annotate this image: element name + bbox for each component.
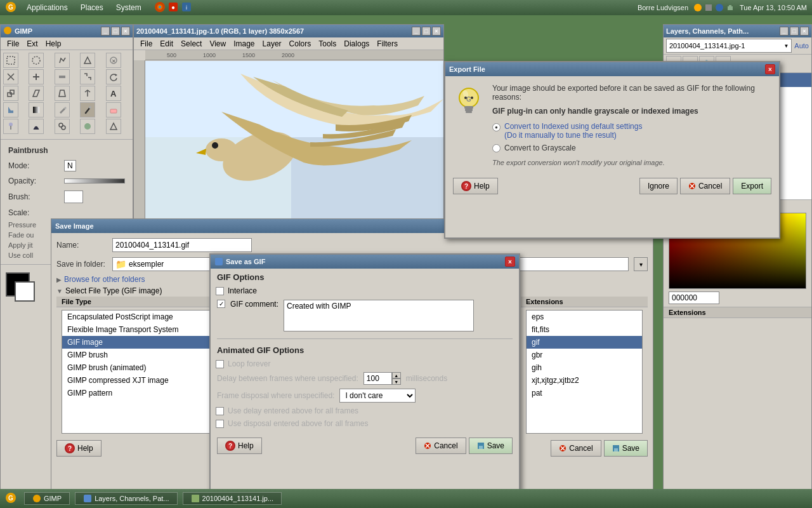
export-cancel-button[interactable]: Cancel bbox=[680, 178, 730, 194]
tool-eraser[interactable] bbox=[106, 102, 121, 117]
tool-paintbrush[interactable] bbox=[80, 102, 95, 117]
img-filters-menu[interactable]: Filters bbox=[373, 38, 402, 50]
image-titlebar: 20100404_113141.jpg-1.0 (RGB, 1 layer) 3… bbox=[134, 25, 443, 37]
ext-pat[interactable]: pat bbox=[527, 387, 642, 399]
tool-free-select[interactable] bbox=[55, 53, 70, 68]
export-radio-2[interactable] bbox=[492, 144, 501, 152]
tool-perspective-clone[interactable] bbox=[106, 119, 121, 134]
img-view-menu[interactable]: View bbox=[206, 38, 230, 50]
tool-pencil[interactable] bbox=[55, 102, 70, 117]
save-help-button[interactable]: ? Help bbox=[56, 440, 102, 457]
tool-scale[interactable] bbox=[3, 86, 18, 101]
tool-color-select[interactable]: ✕ bbox=[106, 53, 121, 68]
filename-input[interactable] bbox=[112, 238, 252, 252]
extensions-list[interactable]: eps fit,fits gif gbr gih xjt,xjtgz,xjtbz… bbox=[526, 310, 643, 434]
ext-xjt[interactable]: xjt,xjtgz,xjtbz2 bbox=[527, 374, 642, 387]
interlace-checkbox[interactable] bbox=[216, 287, 224, 295]
ext-menu[interactable]: Ext bbox=[23, 38, 41, 50]
image-close[interactable]: × bbox=[432, 27, 441, 36]
export-option1-sub[interactable]: (Do it manually to tune the result) bbox=[504, 131, 642, 140]
file-menu[interactable]: File bbox=[3, 38, 23, 50]
tool-clone[interactable] bbox=[55, 119, 70, 134]
tool-move[interactable] bbox=[29, 69, 44, 84]
export-close[interactable]: × bbox=[765, 64, 775, 74]
app-icon-1[interactable]: ● bbox=[167, 1, 179, 15]
export-option1-label[interactable]: Convert to Indexed using default setting… bbox=[504, 122, 642, 131]
tool-rotate[interactable] bbox=[106, 69, 121, 84]
tool-fuzzy-select[interactable] bbox=[80, 53, 95, 68]
gimp-close[interactable]: × bbox=[121, 27, 130, 36]
loop-checkbox[interactable] bbox=[216, 360, 224, 368]
system-menu[interactable]: System bbox=[111, 2, 147, 13]
export-help-button[interactable]: ? Help bbox=[453, 178, 498, 194]
tool-ellipse-select[interactable] bbox=[29, 53, 44, 68]
tool-airbrush[interactable] bbox=[3, 119, 18, 134]
tool-bucket-fill[interactable] bbox=[3, 102, 18, 117]
opacity-slider[interactable] bbox=[64, 178, 125, 184]
export-export-button[interactable]: Export bbox=[733, 178, 771, 194]
ext-eps[interactable]: eps bbox=[527, 311, 642, 323]
gif-close[interactable]: × bbox=[505, 257, 515, 267]
frame-disposal-select[interactable]: I don't care bbox=[339, 389, 416, 403]
gif-help-button[interactable]: ? Help bbox=[217, 438, 262, 454]
ext-gif[interactable]: gif bbox=[527, 336, 642, 349]
tool-rect-select[interactable] bbox=[3, 53, 18, 68]
layers-taskbar-item[interactable]: Layers, Channels, Pat... bbox=[75, 492, 177, 505]
tool-heal[interactable] bbox=[80, 119, 95, 134]
export-ignore-button[interactable]: Ignore bbox=[639, 178, 678, 194]
auto-label[interactable]: Auto bbox=[794, 42, 809, 50]
layers-maximize[interactable]: □ bbox=[790, 27, 799, 36]
img-dialogs-menu[interactable]: Dialogs bbox=[340, 38, 373, 50]
delay-down[interactable]: ▼ bbox=[392, 378, 401, 385]
gimp-minimize[interactable]: _ bbox=[101, 27, 110, 36]
gif-save-button[interactable]: Save bbox=[469, 438, 513, 454]
export-radio-1[interactable] bbox=[492, 123, 501, 131]
tool-iscissors[interactable] bbox=[3, 69, 18, 84]
gif-comment-input[interactable]: Created with GIMP bbox=[284, 300, 474, 331]
gif-cancel-button[interactable]: Cancel bbox=[416, 438, 466, 454]
img-layer-menu[interactable]: Layer bbox=[259, 38, 285, 50]
places-menu[interactable]: Places bbox=[75, 2, 108, 13]
tool-perspective[interactable] bbox=[55, 86, 70, 101]
firefox-icon[interactable] bbox=[154, 1, 166, 15]
img-colors-menu[interactable]: Colors bbox=[285, 38, 315, 50]
applications-menu[interactable]: Applications bbox=[22, 2, 73, 13]
image-taskbar-item[interactable]: 20100404_113141.jp... bbox=[183, 492, 282, 505]
delay-input[interactable] bbox=[363, 372, 392, 385]
img-select-menu[interactable]: Select bbox=[177, 38, 206, 50]
tool-flip[interactable] bbox=[80, 86, 95, 101]
gimp-maximize[interactable]: □ bbox=[111, 27, 120, 36]
save-save-button[interactable]: Save bbox=[604, 440, 648, 457]
tool-crop[interactable] bbox=[80, 69, 95, 84]
gimp-taskbar-item[interactable]: GIMP bbox=[24, 492, 70, 505]
hex-input[interactable] bbox=[669, 291, 719, 304]
delay-up[interactable]: ▲ bbox=[392, 372, 401, 378]
help-menu[interactable]: Help bbox=[42, 38, 65, 50]
image-minimize[interactable]: _ bbox=[412, 27, 421, 36]
ext-gbr[interactable]: gbr bbox=[527, 349, 642, 361]
tool-text[interactable]: A bbox=[106, 86, 121, 101]
gif-comment-checkbox[interactable] bbox=[217, 300, 225, 308]
img-tools-menu[interactable]: Tools bbox=[315, 38, 340, 50]
tool-align[interactable] bbox=[55, 69, 70, 84]
tool-shear[interactable] bbox=[29, 86, 44, 101]
tool-ink[interactable] bbox=[29, 119, 44, 134]
use-delay-checkbox[interactable] bbox=[216, 407, 224, 415]
img-file-menu[interactable]: File bbox=[136, 38, 156, 50]
background-color[interactable] bbox=[15, 281, 35, 302]
img-image-menu[interactable]: Image bbox=[230, 38, 258, 50]
layers-minimize[interactable]: _ bbox=[780, 27, 789, 36]
layers-image-select[interactable]: 20100404_113141.jpg-1 ▼ bbox=[666, 39, 792, 53]
ext-fits[interactable]: fit,fits bbox=[527, 323, 642, 336]
svg-rect-49 bbox=[464, 106, 473, 109]
folder-combo-btn[interactable]: ▾ bbox=[634, 257, 648, 271]
tool-blend[interactable] bbox=[29, 102, 44, 117]
gif-titlebar: Save as GIF × bbox=[211, 255, 519, 269]
ext-gih[interactable]: gih bbox=[527, 361, 642, 374]
app-icon-2[interactable]: i bbox=[181, 1, 192, 15]
save-cancel-button[interactable]: Cancel bbox=[551, 440, 601, 457]
layers-close[interactable]: × bbox=[800, 27, 809, 36]
use-disposal-checkbox[interactable] bbox=[216, 420, 224, 428]
image-maximize[interactable]: □ bbox=[422, 27, 431, 36]
img-edit-menu[interactable]: Edit bbox=[156, 38, 177, 50]
